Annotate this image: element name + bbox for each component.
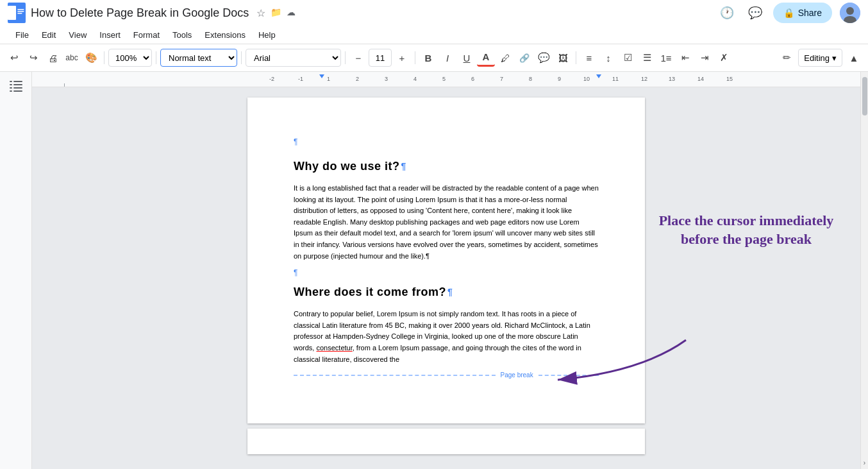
svg-rect-1 <box>17 9 24 10</box>
title-bar: How to Delete Page Break in Google Docs … <box>0 0 868 26</box>
svg-text:8: 8 <box>529 76 532 82</box>
share-button[interactable]: 🔒 Share <box>773 3 832 23</box>
collapse-button[interactable]: › <box>861 457 868 469</box>
svg-text:-2: -2 <box>269 76 274 82</box>
svg-rect-7 <box>10 81 12 82</box>
svg-rect-11 <box>10 87 12 89</box>
ruler: -2 -1 1 2 3 4 5 6 7 8 9 10 11 12 13 14 1… <box>32 72 860 87</box>
para-mark-top: ¶ <box>294 136 599 148</box>
lock-icon: 🔒 <box>783 8 794 18</box>
separator-4 <box>345 51 346 64</box>
numbered-list-button[interactable]: 1≡ <box>657 49 675 67</box>
svg-text:11: 11 <box>612 76 619 82</box>
svg-rect-2 <box>17 11 24 12</box>
editing-mode-select[interactable]: Editing ▾ <box>798 49 842 67</box>
comment-button[interactable]: 💬 <box>745 3 765 23</box>
para-mark-mid: ¶ <box>294 267 599 278</box>
scrollbar-thumb[interactable] <box>862 77 867 115</box>
cloud-icon[interactable]: ☁ <box>287 7 296 19</box>
heading1-para-mark: ¶ <box>401 160 406 173</box>
svg-rect-9 <box>10 84 12 85</box>
line-spacing-button[interactable]: ↕ <box>599 49 617 67</box>
next-page-stub <box>247 429 645 454</box>
document-page: ¶ Why do we use it?¶ It is a long establ… <box>247 98 645 423</box>
document-scroll-area[interactable]: ¶ Why do we use it?¶ It is a long establ… <box>32 87 860 469</box>
consectetur-word: consectetur <box>316 344 352 352</box>
toolbar-right: ✏ Editing ▾ ▲ <box>778 49 863 67</box>
underline-button[interactable]: U <box>458 49 476 67</box>
decrease-indent-button[interactable]: ⇤ <box>676 49 694 67</box>
separator-6 <box>576 51 576 64</box>
menu-tools[interactable]: Tools <box>167 28 197 42</box>
menu-file[interactable]: File <box>10 28 34 42</box>
vertical-scrollbar[interactable]: › <box>860 72 868 469</box>
document-title: How to Delete Page Break in Google Docs <box>31 6 249 20</box>
svg-rect-12 <box>13 87 22 89</box>
svg-text:1: 1 <box>327 76 330 82</box>
increase-indent-button[interactable]: ⇥ <box>696 49 714 67</box>
collapse-toolbar-button[interactable]: ▲ <box>845 49 863 67</box>
print-button[interactable]: 🖨 <box>44 49 62 67</box>
checklist-button[interactable]: ☑ <box>619 49 637 67</box>
decrease-font-button[interactable]: − <box>349 49 367 67</box>
star-icon[interactable]: ☆ <box>256 7 265 19</box>
google-docs-icon <box>8 3 26 23</box>
redo-button[interactable]: ↪ <box>24 49 42 67</box>
highlight-button[interactable]: 🖊 <box>496 49 514 67</box>
undo-button[interactable]: ↩ <box>5 49 23 67</box>
outline-button[interactable] <box>6 77 26 99</box>
title-icons: ☆ 📁 ☁ <box>256 7 296 19</box>
menu-extensions[interactable]: Extensions <box>199 28 251 42</box>
menu-format[interactable]: Format <box>128 28 165 42</box>
bold-button[interactable]: B <box>419 49 437 67</box>
page-break-indicator: Page break <box>294 370 599 380</box>
page-break-dashes-right <box>538 375 599 376</box>
svg-rect-8 <box>13 81 22 82</box>
svg-rect-3 <box>17 13 22 13</box>
svg-point-5 <box>846 7 854 15</box>
zoom-select[interactable]: 100% 75% 125% 150% <box>108 49 152 67</box>
text-color-button[interactable]: A <box>477 49 495 67</box>
heading-1: Why do we use it?¶ <box>294 158 599 175</box>
heading2-para-mark: ¶ <box>447 286 453 299</box>
body-paragraph-1: It is a long established fact that a rea… <box>294 183 599 262</box>
page-break-label: Page break <box>501 370 533 380</box>
svg-text:7: 7 <box>500 76 503 82</box>
heading-2: Where does it come from?¶ <box>294 284 599 301</box>
separator-5 <box>415 51 415 64</box>
insert-comment-button[interactable]: 💬 <box>535 49 553 67</box>
text-style-select[interactable]: Normal text Heading 1 Heading 2 Heading … <box>160 49 237 67</box>
menu-help[interactable]: Help <box>253 28 281 42</box>
menu-edit[interactable]: Edit <box>37 28 61 42</box>
align-button[interactable]: ≡ <box>580 49 598 67</box>
page-break-dashes <box>294 375 496 376</box>
link-button[interactable]: 🔗 <box>515 49 533 67</box>
font-select[interactable]: Arial Times New Roman Courier New <box>246 49 341 67</box>
svg-text:12: 12 <box>641 76 647 82</box>
svg-marker-34 <box>596 74 601 78</box>
user-avatar[interactable] <box>840 3 860 23</box>
svg-rect-15 <box>64 83 65 87</box>
svg-rect-13 <box>10 90 12 92</box>
clear-format-button[interactable]: ✗ <box>715 49 733 67</box>
insert-image-button[interactable]: 🖼 <box>554 49 572 67</box>
increase-font-button[interactable]: + <box>393 49 411 67</box>
edit-pencil-button[interactable]: ✏ <box>778 49 796 67</box>
content-area: -2 -1 1 2 3 4 5 6 7 8 9 10 11 12 13 14 1… <box>32 72 860 469</box>
toolbar: ↩ ↪ 🖨 abc 🎨 100% 75% 125% 150% Normal te… <box>0 44 868 72</box>
folder-icon[interactable]: 📁 <box>271 7 281 19</box>
main-content: -2 -1 1 2 3 4 5 6 7 8 9 10 11 12 13 14 1… <box>0 72 868 469</box>
svg-text:5: 5 <box>442 76 446 82</box>
font-size-input[interactable] <box>369 49 392 67</box>
paint-format-button[interactable]: 🎨 <box>82 49 100 67</box>
chevron-down-icon: ▾ <box>832 53 837 63</box>
history-button[interactable]: 🕐 <box>717 3 737 23</box>
svg-text:2: 2 <box>356 76 359 82</box>
separator-1 <box>104 51 104 64</box>
spellcheck-button[interactable]: abc <box>63 49 81 67</box>
bullet-list-button[interactable]: ☰ <box>638 49 656 67</box>
italic-button[interactable]: I <box>438 49 456 67</box>
menu-view[interactable]: View <box>63 28 92 42</box>
menu-insert[interactable]: Insert <box>94 28 126 42</box>
svg-text:14: 14 <box>697 76 704 82</box>
